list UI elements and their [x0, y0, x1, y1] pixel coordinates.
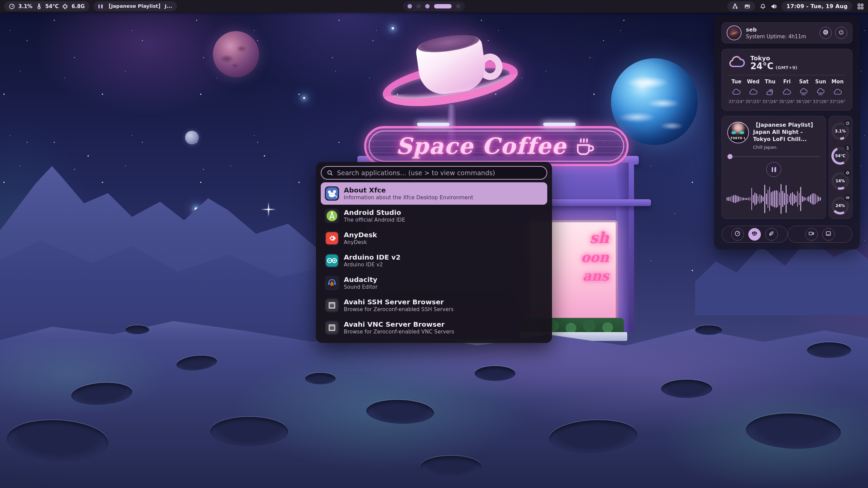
album-art: TOKYO L: [727, 122, 749, 143]
system-uptime: System Uptime: 4h11m: [746, 34, 815, 40]
volume-icon[interactable]: [771, 3, 777, 9]
app-name: AnyDesk: [344, 231, 377, 239]
app-description: AnyDesk: [344, 239, 377, 246]
forecast-day: Sun 33°/26°: [812, 79, 829, 104]
avatar: [727, 25, 742, 40]
weather-card: Tokyo 24°C (GMT+9) Tue 33°/24° Wed: [722, 49, 852, 110]
app-item-android-studio[interactable]: Android Studio The official Android IDE: [321, 205, 547, 227]
chip-icon: [844, 169, 851, 177]
forecast-day: Sat 36°/26°: [795, 79, 812, 104]
clock-pill[interactable]: 17:09 - Tue, 19 Aug: [782, 1, 852, 11]
screen-record-button[interactable]: [805, 228, 818, 241]
app-description: The official Android IDE: [344, 217, 405, 223]
power-saver-profile-button[interactable]: [765, 228, 778, 241]
now-playing-pill[interactable]: 【Japanese Playlist】 J...: [94, 1, 177, 11]
disk-gauge: 24%: [831, 194, 850, 215]
app-name: Avahi SSH Server Browser: [344, 298, 454, 306]
notifications-bell-icon[interactable]: [760, 3, 766, 9]
app-item-about-xfce[interactable]: About Xfce Information about the Xfce De…: [321, 182, 547, 205]
forecast-day: Thu 33°/26°: [762, 79, 778, 104]
chip-icon: [62, 3, 68, 9]
android-studio-icon: [325, 209, 339, 223]
clock-label: 17:09 - Tue, 19 Aug: [786, 3, 848, 9]
app-item-anydesk[interactable]: AnyDesk AnyDesk: [321, 227, 547, 249]
capture-group: [788, 226, 852, 243]
workspace-dot-2[interactable]: [416, 4, 421, 8]
top-panel: 3.1% 54°C 6.8G 【Japanese Playlist】 J...: [0, 0, 868, 13]
cloud-icon: [778, 87, 795, 97]
music-player-card: TOKYO L 【Japanese Playlist】 Japan All Ni…: [722, 116, 826, 219]
cloud-icon: [829, 87, 846, 97]
speedometer-icon: [734, 230, 741, 238]
screenshot-icon: [825, 230, 831, 238]
scales-icon: [751, 230, 757, 238]
app-description: Sound Editor: [344, 284, 378, 290]
gear-icon: [823, 29, 829, 37]
forecast-day: Fri 35°/26°: [778, 79, 795, 104]
power-profile-group: [722, 226, 788, 243]
app-name: About Xfce: [344, 186, 473, 195]
app-description: Arduino IDE v2: [344, 262, 400, 268]
app-name: Android Studio: [344, 208, 405, 217]
temperature-value: 54°C: [45, 3, 59, 9]
album-art-text: TOKYO L: [728, 137, 748, 140]
audio-waveform: [727, 183, 821, 215]
workspace-dot-5[interactable]: [456, 4, 460, 8]
memory-value: 6.8G: [72, 3, 85, 9]
performance-profile-button[interactable]: [731, 228, 744, 241]
app-launcher-panel: About Xfce Information about the Xfce De…: [316, 162, 552, 343]
user-name: seb: [746, 26, 815, 33]
app-name: Avahi VNC Server Browser: [344, 320, 454, 329]
workspace-dot-3[interactable]: [425, 4, 430, 8]
cpu-usage-value: 3.1%: [18, 3, 33, 9]
user-card: seb System Uptime: 4h11m: [722, 22, 852, 43]
search-input[interactable]: [337, 169, 541, 177]
pause-icon: [98, 4, 103, 8]
weather-city: Tokyo: [750, 55, 797, 62]
cpu-gauge: 3.1%: [831, 120, 850, 141]
app-item-avahi-vnc[interactable]: Avahi VNC Server Browser Browse for Zero…: [321, 317, 547, 339]
app-item-avahi-ssh[interactable]: Avahi SSH Server Browser Browse for Zero…: [321, 294, 547, 317]
workspace-dot-4[interactable]: [434, 4, 452, 8]
workspace-dot-1[interactable]: [408, 4, 412, 8]
app-results-list: About Xfce Information about the Xfce De…: [321, 182, 547, 339]
temperature-gauge: 54°C: [831, 144, 850, 165]
seek-knob[interactable]: [728, 154, 733, 159]
power-button[interactable]: [835, 27, 847, 39]
forecast-day: Wed 35°/25°: [745, 79, 762, 104]
app-grid-icon[interactable]: [857, 3, 864, 10]
app-description: Information about the Xfce Desktop Envir…: [344, 195, 473, 201]
cloud-icon: [728, 55, 746, 70]
search-box[interactable]: [321, 166, 547, 180]
video-camera-icon: [808, 230, 814, 238]
play-pause-button[interactable]: [766, 162, 781, 177]
rain-icon: [812, 87, 829, 97]
pause-icon: [772, 167, 776, 172]
app-item-audacity[interactable]: Audacity Sound Editor: [321, 272, 547, 294]
seek-bar[interactable]: [727, 156, 820, 157]
network-icon[interactable]: [732, 3, 738, 9]
app-name: Audacity: [344, 276, 378, 284]
cloud-icon: [745, 87, 762, 97]
system-gauges-card: 3.1% 54°C 14% 24%: [829, 116, 852, 219]
app-description: Browse for Zeroconf-enabled VNC Servers: [344, 329, 454, 335]
network-jack-icon: [325, 298, 339, 312]
track-title: 【Japanese Playlist】 Japan All Night - To…: [753, 122, 820, 143]
forecast-row: Tue 33°/24° Wed 35°/25° Thu 33°/26° Fri: [728, 79, 846, 104]
settings-button[interactable]: [820, 27, 832, 39]
balanced-profile-button[interactable]: [748, 228, 761, 241]
weather-timezone: (GMT+9): [775, 65, 797, 70]
network-jack-icon: [325, 321, 339, 335]
leaf-icon: [768, 230, 774, 238]
speedometer-icon: [844, 120, 851, 127]
screenshot-button[interactable]: [822, 228, 835, 241]
sun-cloud-icon: [762, 87, 778, 97]
search-icon: [327, 170, 333, 176]
app-item-arduino[interactable]: Arduino IDE v2 Arduino IDE v2: [321, 249, 547, 272]
cloud-icon: [728, 87, 745, 97]
wallpaper-icon[interactable]: [744, 3, 750, 9]
forecast-day: Tue 33°/24°: [728, 79, 745, 104]
power-icon: [838, 29, 844, 37]
now-playing-label: 【Japanese Playlist】 J...: [106, 3, 172, 9]
thermometer-icon: [36, 3, 42, 9]
